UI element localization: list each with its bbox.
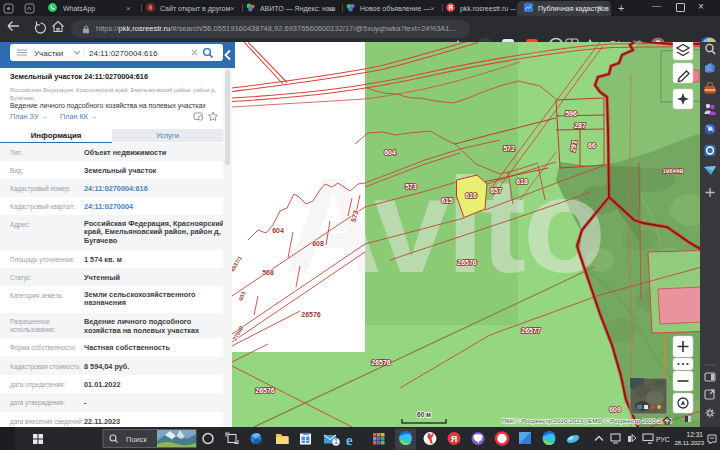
svg-text:ПКК © Росреестр 2010-2023 | ЕМ: ПКК © Росреестр 2010-2023 | ЕМО © Росрее…: [502, 417, 672, 424]
svg-text:26576: 26576: [255, 387, 275, 394]
svg-text:19644В: 19644В: [662, 168, 684, 174]
svg-text:26577: 26577: [521, 327, 541, 334]
svg-text:Участки: Участки: [34, 49, 63, 58]
svg-text:615: 615: [441, 197, 453, 204]
svg-text:Поиск: Поиск: [126, 435, 148, 444]
svg-text:604: 604: [384, 149, 396, 156]
svg-text:24:11:0270004:616: 24:11:0270004:616: [89, 49, 158, 58]
svg-text:26576: 26576: [371, 359, 391, 366]
svg-text:572: 572: [503, 145, 515, 152]
svg-text:РУС: РУС: [656, 436, 670, 443]
svg-text:60 м: 60 м: [417, 411, 431, 418]
svg-text:604: 604: [272, 227, 284, 234]
svg-text:26576: 26576: [301, 311, 321, 318]
svg-text:Я: Я: [448, 4, 453, 11]
svg-text:12:31: 12:31: [686, 431, 703, 438]
svg-text:Я: Я: [451, 434, 457, 444]
svg-text:618: 618: [516, 178, 528, 185]
svg-text:287: 287: [574, 122, 586, 129]
svg-text:608: 608: [312, 240, 324, 247]
svg-text:1: 1: [334, 438, 338, 445]
svg-text:657: 657: [490, 187, 502, 194]
svg-text:609: 609: [609, 406, 621, 413]
svg-text:568: 568: [262, 269, 274, 276]
svg-text:Avito: Avito: [284, 149, 606, 301]
svg-text:26576: 26576: [457, 259, 477, 266]
svg-text:616: 616: [465, 192, 477, 199]
svg-text:66: 66: [588, 142, 596, 149]
svg-text:28.11.2023: 28.11.2023: [674, 440, 704, 446]
svg-text:e: e: [346, 432, 353, 448]
svg-text:596: 596: [565, 110, 577, 117]
svg-text:573: 573: [405, 183, 417, 190]
